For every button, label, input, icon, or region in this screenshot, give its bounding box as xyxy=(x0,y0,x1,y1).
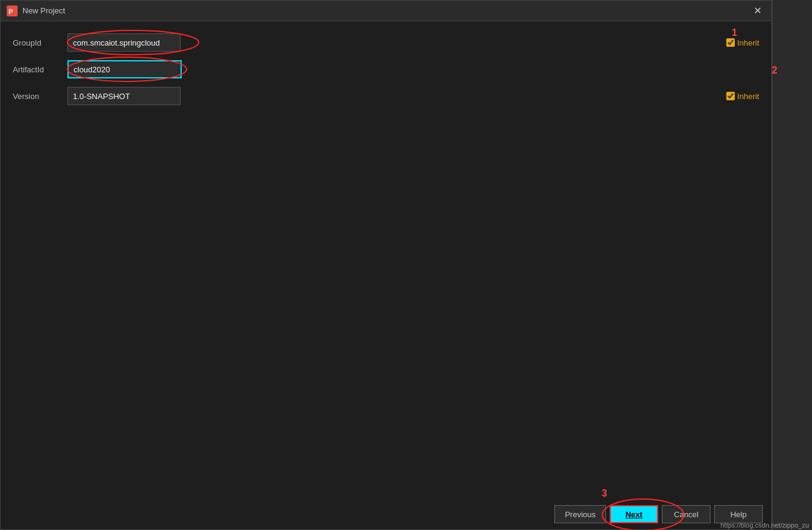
version-row: Version Inherit xyxy=(13,87,759,105)
artifactid-label: ArtifactId xyxy=(13,65,67,74)
version-input[interactable] xyxy=(67,87,181,105)
window-title: New Project xyxy=(22,6,750,15)
artifactid-input-wrapper: 2 xyxy=(67,60,759,78)
svg-text:P: P xyxy=(9,8,13,15)
dialog-window: P New Project ✕ GroupId 1 Inherit xyxy=(0,0,772,530)
app-icon: P xyxy=(7,5,18,16)
groupid-label: GroupId xyxy=(13,38,67,47)
annotation-2: 2 xyxy=(772,65,777,76)
groupid-inherit-check[interactable] xyxy=(726,38,735,47)
annotation-3: 3 xyxy=(602,488,607,499)
title-bar: P New Project ✕ xyxy=(1,1,771,21)
groupid-input-wrapper: 1 xyxy=(67,33,719,52)
dialog-footer: 3 Previous Next Cancel Help xyxy=(1,499,771,529)
groupid-row: GroupId 1 Inherit xyxy=(13,33,759,52)
version-input-wrapper xyxy=(67,87,719,105)
artifactid-row: ArtifactId 2 xyxy=(13,60,759,78)
annotation-1: 1 xyxy=(732,27,737,38)
version-inherit-check[interactable] xyxy=(726,92,735,100)
version-inherit-label: Inherit xyxy=(737,92,759,101)
next-button[interactable]: Next xyxy=(610,505,658,523)
cancel-button[interactable]: Cancel xyxy=(662,505,710,523)
dialog-content: GroupId 1 Inherit ArtifactId xyxy=(1,21,771,499)
watermark: https://blog.csdn.net/zippo_zu xyxy=(720,521,809,529)
groupid-input[interactable] xyxy=(67,33,181,52)
groupid-inherit-checkbox[interactable]: Inherit xyxy=(726,38,759,47)
previous-button[interactable]: Previous xyxy=(554,505,606,523)
close-button[interactable]: ✕ xyxy=(750,5,765,17)
artifactid-input[interactable] xyxy=(67,60,182,78)
version-inherit-checkbox[interactable]: Inherit xyxy=(726,92,759,101)
next-button-wrapper: Next xyxy=(610,505,658,523)
version-label: Version xyxy=(13,92,67,101)
help-button[interactable]: Help xyxy=(714,505,763,523)
groupid-inherit-label: Inherit xyxy=(737,38,759,47)
right-scrollbar xyxy=(772,0,812,530)
